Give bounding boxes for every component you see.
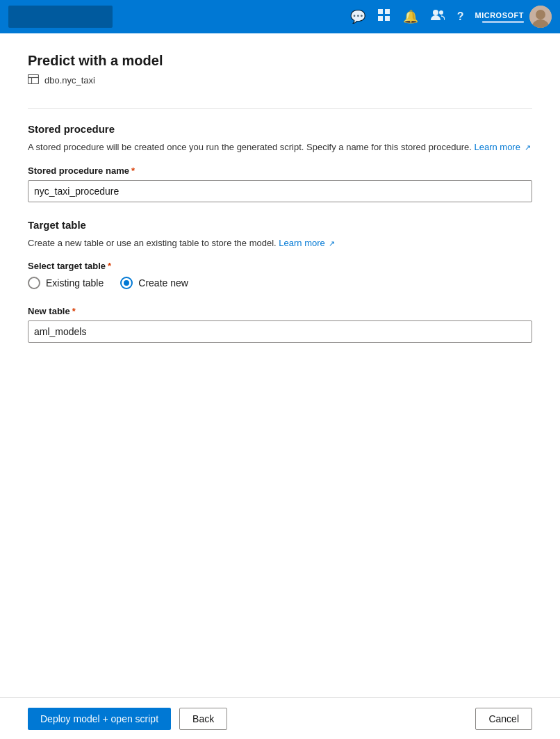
svg-point-4: [433, 10, 438, 15]
topbar: 💬 🔔 ? MICROSOFT: [0, 0, 560, 33]
required-star: *: [131, 165, 135, 176]
radio-existing-table[interactable]: Existing table: [28, 277, 104, 289]
back-button[interactable]: Back: [179, 708, 227, 730]
chat-icon[interactable]: 💬: [350, 9, 365, 24]
radio-create-new-inner: [124, 280, 129, 286]
deploy-button[interactable]: Deploy model + open script: [28, 708, 171, 730]
svg-rect-0: [378, 9, 383, 14]
svg-point-7: [536, 10, 545, 19]
svg-rect-2: [378, 16, 383, 21]
people-icon[interactable]: [431, 9, 445, 25]
radio-create-new-outer: [120, 277, 133, 289]
avatar[interactable]: [529, 6, 552, 28]
target-table-desc: Create a new table or use an existing ta…: [28, 236, 532, 250]
stored-procedure-learn-more[interactable]: Learn more ↗: [474, 142, 530, 152]
stored-procedure-section: Stored procedure A stored procedure will…: [28, 123, 532, 202]
required-star-2: *: [108, 261, 111, 271]
external-link-icon-2: ↗: [329, 238, 335, 250]
topbar-user: MICROSOFT: [475, 11, 525, 23]
app-logo[interactable]: [8, 6, 113, 28]
radio-existing-outer: [28, 277, 40, 289]
svg-rect-9: [28, 75, 39, 84]
svg-rect-1: [385, 9, 390, 14]
radio-group: Existing table Create new: [28, 277, 532, 289]
main-content: Predict with a model dbo.nyc_taxi Stored…: [0, 33, 560, 697]
stored-procedure-title: Stored procedure: [28, 123, 532, 135]
svg-rect-3: [385, 16, 390, 21]
help-icon[interactable]: ?: [457, 10, 464, 23]
select-target-label: Select target table*: [28, 261, 532, 271]
stored-procedure-desc: A stored procedure will be created once …: [28, 140, 532, 154]
topbar-icons: 💬 🔔 ?: [350, 9, 464, 25]
user-bar: [482, 21, 524, 23]
divider-1: [28, 108, 532, 109]
svg-point-5: [439, 10, 443, 15]
page-title: Predict with a model: [28, 53, 532, 69]
procedure-name-label: Stored procedure name*: [28, 165, 532, 176]
new-table-input[interactable]: [28, 320, 532, 343]
target-table-title: Target table: [28, 219, 532, 231]
new-table-section: New table*: [28, 306, 532, 343]
new-table-label: New table*: [28, 306, 532, 316]
radio-create-new[interactable]: Create new: [120, 277, 188, 289]
cancel-button[interactable]: Cancel: [475, 708, 532, 730]
target-table-learn-more[interactable]: Learn more ↗: [279, 238, 335, 248]
radio-create-new-label: Create new: [138, 277, 188, 289]
bell-icon[interactable]: 🔔: [403, 9, 418, 24]
radio-existing-label: Existing table: [46, 277, 104, 289]
required-star-3: *: [72, 306, 76, 316]
external-link-icon: ↗: [525, 142, 531, 154]
brand-label: MICROSOFT: [475, 11, 525, 19]
table-icon: [28, 74, 39, 86]
bottom-bar: Deploy model + open script Back Cancel: [0, 697, 560, 739]
grid-icon[interactable]: [378, 9, 390, 25]
target-table-section: Target table Create a new table or use a…: [28, 219, 532, 290]
table-name: dbo.nyc_taxi: [44, 75, 95, 86]
table-ref: dbo.nyc_taxi: [28, 74, 532, 86]
procedure-name-input[interactable]: [28, 180, 532, 202]
